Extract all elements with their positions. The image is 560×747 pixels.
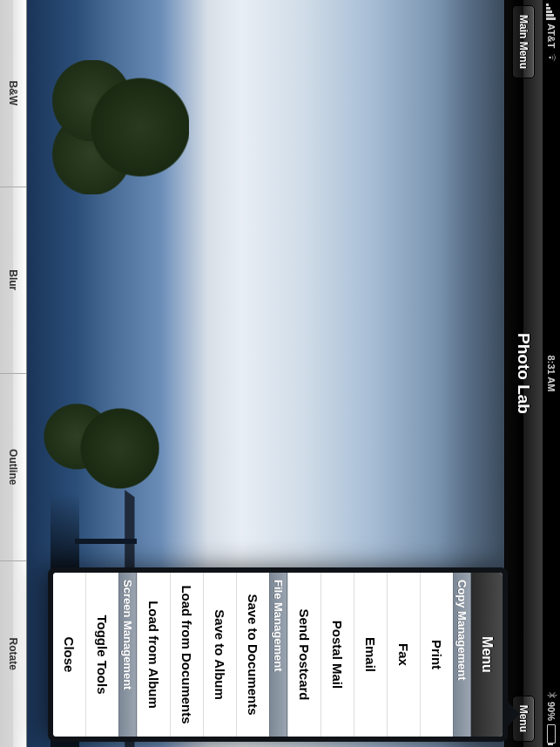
page-title: Photo Lab	[515, 0, 534, 747]
tool-bw[interactable]: B&W	[0, 0, 26, 187]
section-file-management: File Management	[269, 573, 287, 737]
effects-toolbar: B&W Blur Outline Rotate	[0, 0, 27, 747]
photo-tree-right	[27, 389, 170, 508]
menu-item-toggle-tools[interactable]: Toggle Tools	[85, 573, 118, 737]
menu-popover: Menu Copy Management Print Fax Email Pos…	[48, 567, 508, 742]
tool-rotate[interactable]: Rotate	[0, 561, 26, 748]
popover-arrow	[508, 702, 520, 726]
tool-blur[interactable]: Blur	[0, 187, 26, 375]
menu-item-save-to-album[interactable]: Save to Album	[203, 573, 236, 737]
menu-item-load-from-album[interactable]: Load from Album	[137, 573, 170, 737]
carrier-label: AT&T	[546, 24, 557, 49]
menu-item-load-from-documents[interactable]: Load from Documents	[170, 573, 203, 737]
popover-title: Menu	[471, 573, 503, 737]
menu-item-print[interactable]: Print	[420, 573, 453, 737]
tool-outline[interactable]: Outline	[0, 374, 26, 561]
menu-item-save-to-documents[interactable]: Save to Documents	[236, 573, 269, 737]
menu-item-email[interactable]: Email	[354, 573, 387, 737]
wifi-icon	[546, 52, 557, 63]
photo-tree-left	[27, 60, 189, 194]
menu-item-fax[interactable]: Fax	[387, 573, 420, 737]
main-menu-button[interactable]: Main Menu	[513, 5, 536, 78]
menu-item-close[interactable]: Close	[53, 573, 85, 737]
signal-icon	[547, 3, 557, 20]
battery-icon	[547, 724, 556, 744]
menu-item-postal-mail[interactable]: Postal Mail	[320, 573, 354, 737]
section-screen-management: Screen Management	[118, 573, 137, 737]
menu-item-send-postcard[interactable]: Send Postcard	[287, 573, 320, 737]
clock: 8:31 AM	[546, 0, 557, 747]
section-copy-management: Copy Management	[453, 573, 471, 737]
bluetooth-icon	[545, 691, 557, 698]
status-bar: AT&T 8:31 AM 90%	[543, 0, 560, 747]
battery-percent: 90%	[546, 702, 557, 721]
nav-bar: Main Menu Photo Lab Menu	[504, 0, 543, 747]
